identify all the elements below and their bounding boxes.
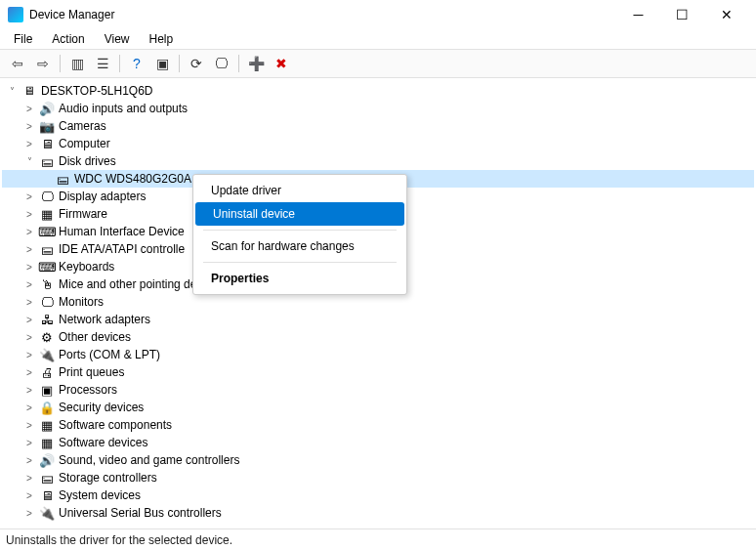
chevron-right-icon[interactable]: > (23, 332, 35, 343)
toolbar: ⇦⇨▥☰?▣⟳🖵➕✖ (0, 49, 756, 78)
chevron-right-icon[interactable]: > (23, 315, 35, 325)
context-menu-item[interactable]: Uninstall device (195, 202, 404, 226)
chevron-right-icon[interactable]: > (23, 490, 35, 501)
chevron-right-icon[interactable]: > (23, 350, 35, 360)
category-label: Network adapters (59, 313, 150, 326)
scan-icon[interactable]: ⟳ (185, 52, 208, 75)
chevron-right-icon[interactable]: > (23, 227, 35, 237)
system-icon: 🖥 (39, 487, 55, 503)
menubar: FileActionViewHelp (0, 29, 756, 49)
chevron-right-icon[interactable]: > (23, 104, 35, 114)
help-icon[interactable]: ? (125, 52, 148, 75)
chevron-right-icon[interactable]: > (23, 139, 35, 149)
category-label: Software components (59, 418, 172, 432)
menu-file[interactable]: File (6, 30, 40, 48)
ports-icon: 🔌 (39, 347, 55, 362)
minimize-button[interactable]: ─ (616, 0, 660, 29)
category-label: Universal Serial Bus controllers (59, 506, 222, 520)
tree-category[interactable]: > 🔌 Universal Serial Bus controllers (2, 504, 754, 522)
tree-root[interactable]: ˅ 🖥 DESKTOP-5LH1Q6D (2, 82, 754, 100)
mouse-icon: 🖱 (39, 276, 55, 292)
category-label: Display adapters (59, 190, 146, 203)
menu-action[interactable]: Action (44, 30, 92, 48)
properties-icon[interactable]: ☰ (91, 52, 114, 75)
window-title: Device Manager (29, 8, 114, 21)
device-label: WDC WDS480G2G0A (74, 172, 191, 186)
tree-category[interactable]: > ▦ Software components (2, 416, 754, 434)
chevron-right-icon[interactable]: > (23, 385, 35, 396)
chevron-right-icon[interactable]: > (23, 297, 35, 308)
toolbar-separator (60, 55, 61, 72)
context-menu-item[interactable]: Properties (193, 267, 406, 290)
chevron-right-icon[interactable]: > (23, 508, 35, 519)
category-label: Human Interface Device (59, 225, 185, 238)
network-icon: 🖧 (39, 312, 55, 327)
category-label: Sound, video and game controllers (59, 453, 239, 467)
chevron-right-icon[interactable]: > (23, 367, 35, 378)
tree-category[interactable]: > 🔒 Security devices (2, 399, 754, 416)
swdev-icon: ▦ (39, 435, 55, 450)
maximize-button[interactable]: ☐ (660, 0, 704, 29)
add-legacy-icon[interactable]: ➕ (244, 52, 268, 75)
tree-category[interactable]: > 🖨 Print queues (2, 363, 754, 381)
monitor-icon[interactable]: 🖵 (210, 52, 233, 75)
storage-icon: 🖴 (39, 470, 55, 486)
back-icon[interactable]: ⇦ (6, 52, 29, 75)
category-label: System devices (59, 488, 141, 502)
close-button[interactable]: ✕ (704, 0, 748, 29)
disk-dev-icon: 🖴 (55, 171, 70, 187)
category-label: Keyboards (59, 260, 114, 274)
tree-category[interactable]: > 🔊 Sound, video and game controllers (2, 451, 754, 469)
other-icon: ⚙ (39, 329, 55, 345)
tree-category[interactable]: > 🖴 Storage controllers (2, 469, 754, 487)
chevron-right-icon[interactable]: > (23, 244, 35, 255)
chevron-right-icon[interactable]: > (23, 262, 35, 273)
device-tree[interactable]: ˅ 🖥 DESKTOP-5LH1Q6D> 🔊 Audio inputs and … (0, 78, 756, 529)
titlebar: Device Manager ─ ☐ ✕ (0, 0, 756, 29)
tree-category[interactable]: > 🖧 Network adapters (2, 311, 754, 328)
tree-category[interactable]: > 🖥 System devices (2, 487, 754, 504)
chevron-right-icon[interactable]: > (23, 455, 35, 466)
tree-category[interactable]: ˅ 🖴 Disk drives (2, 152, 754, 170)
computer-icon: 🖥 (21, 83, 37, 99)
window-controls: ─ ☐ ✕ (616, 0, 748, 29)
tree-category[interactable]: > 🖵 Monitors (2, 293, 754, 311)
chevron-right-icon[interactable]: > (23, 279, 35, 290)
swcomp-icon: ▦ (39, 417, 55, 433)
toolbar-separator (179, 55, 180, 72)
chevron-right-icon[interactable]: > (23, 438, 35, 448)
chevron-down-icon[interactable]: ˅ (6, 86, 18, 97)
menu-view[interactable]: View (97, 30, 138, 48)
forward-icon[interactable]: ⇨ (31, 52, 55, 75)
chevron-right-icon[interactable]: > (23, 209, 35, 220)
tree-category[interactable]: > ▣ Processors (2, 381, 754, 399)
chevron-right-icon[interactable]: > (23, 191, 35, 202)
chevron-down-icon[interactable]: ˅ (23, 156, 35, 167)
action-icon[interactable]: ▣ (150, 52, 174, 75)
show-hidden-icon[interactable]: ▥ (65, 52, 89, 75)
camera-icon: 📷 (39, 118, 55, 134)
chevron-right-icon[interactable]: > (23, 473, 35, 484)
category-label: Computer (59, 137, 110, 150)
category-label: Software devices (59, 436, 147, 449)
category-label: Firmware (59, 207, 107, 221)
tree-category[interactable]: > 🖥 Computer (2, 135, 754, 152)
tree-category[interactable]: > 📷 Cameras (2, 117, 754, 135)
context-menu-item[interactable]: Scan for hardware changes (193, 234, 406, 258)
category-label: Monitors (59, 295, 104, 309)
context-menu-item[interactable]: Update driver (193, 179, 406, 202)
chevron-right-icon[interactable]: > (23, 402, 35, 413)
category-label: Security devices (59, 401, 144, 414)
category-label: Storage controllers (59, 471, 157, 485)
ide-icon: 🖴 (39, 241, 55, 257)
tree-category[interactable]: > 🔊 Audio inputs and outputs (2, 100, 754, 117)
uninstall-icon[interactable]: ✖ (270, 52, 293, 75)
chevron-right-icon[interactable]: > (23, 420, 35, 431)
audio-icon: 🔊 (39, 101, 55, 116)
tree-category[interactable]: > ⚙ Other devices (2, 328, 754, 346)
tree-category[interactable]: > ▦ Software devices (2, 434, 754, 451)
security-icon: 🔒 (39, 400, 55, 415)
chevron-right-icon[interactable]: > (23, 121, 35, 132)
tree-category[interactable]: > 🔌 Ports (COM & LPT) (2, 346, 754, 363)
menu-help[interactable]: Help (142, 30, 182, 48)
